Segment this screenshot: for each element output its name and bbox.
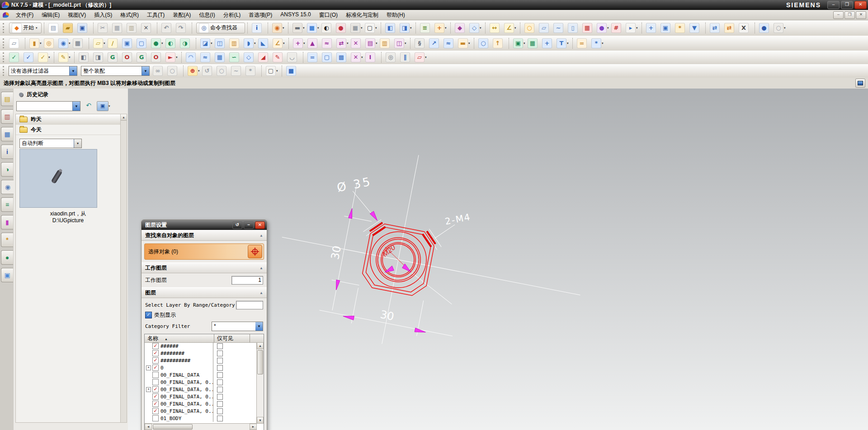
layer-checkbox[interactable]	[152, 343, 159, 349]
toolbar-item[interactable]	[450, 23, 453, 33]
layer-table-row[interactable]: 01_BODY	[145, 415, 257, 422]
toolbar-item[interactable]	[755, 23, 757, 33]
display-mode-icon[interactable]: ▬ ▾	[292, 23, 306, 33]
menu-item[interactable]: 文件(F)	[12, 10, 38, 20]
hole-icon[interactable]: ◉ ▾	[58, 38, 72, 48]
roles-tab[interactable]: ●	[1, 250, 13, 265]
immersive-view-icon[interactable]: ◨ ▾	[400, 23, 413, 33]
roles-palette-icon[interactable]: ◆	[455, 23, 468, 33]
layer-checkbox[interactable]	[152, 401, 159, 407]
boss-icon[interactable]: ▣	[122, 38, 136, 48]
toolbar-item[interactable]	[520, 23, 522, 33]
selection-scope-combo[interactable]: 整个装配 ▼	[81, 66, 150, 76]
datum-display-icon[interactable]: ▯	[568, 23, 581, 33]
dropdown-arrow-icon[interactable]: ▾	[74, 139, 81, 148]
object-display-icon[interactable]: ≡	[420, 23, 434, 33]
category-display-checkbox[interactable]: ✓	[145, 312, 152, 318]
toolbar-item[interactable]	[705, 23, 708, 33]
through-curve-mesh-icon[interactable]: ▦	[215, 52, 228, 62]
flag-note-icon[interactable]: ▸ ▾	[626, 23, 639, 33]
sphere-snap-icon[interactable]: ○	[217, 66, 230, 76]
curvature-analysis-gh-icon[interactable]: G	[137, 52, 150, 62]
toolbar-item[interactable]	[288, 38, 291, 49]
measure-distance-icon[interactable]: ↔	[490, 23, 503, 33]
through-curves-icon[interactable]: ≈	[200, 52, 214, 62]
layer-table-header[interactable]: 名称▲ 仅可见	[145, 334, 264, 343]
menu-item[interactable]: 帮助(H)	[382, 10, 409, 20]
pattern-feature-icon[interactable]: ▦	[73, 38, 86, 48]
visible-only-checkbox[interactable]	[217, 394, 223, 400]
examine-geometry-icon[interactable]: ✓	[9, 52, 23, 62]
shaded-view-icon[interactable]: ■ ▾	[307, 23, 321, 33]
menu-item[interactable]: ANSYS 15.0	[276, 10, 315, 20]
scene-tab[interactable]: *	[1, 233, 13, 247]
visible-only-checkbox[interactable]	[217, 365, 223, 371]
layer-checkbox[interactable]	[152, 357, 159, 364]
menu-item[interactable]: 装配(A)	[169, 10, 195, 20]
snapshot-icon[interactable]: ◎	[386, 52, 399, 62]
datum-axis-icon[interactable]: /	[108, 38, 121, 48]
select-object-row[interactable]: 选择对象 (0)	[144, 243, 264, 260]
report-tab[interactable]: ◑	[1, 162, 13, 177]
trim-body-icon[interactable]: ◪ ▾	[200, 38, 214, 48]
visible-only-checkbox[interactable]	[217, 372, 223, 378]
wcs-display-icon[interactable]: + ▾	[434, 23, 448, 33]
dropdown-caret-icon[interactable]: ▾	[108, 104, 110, 108]
untrim-icon[interactable]: ▢	[322, 52, 335, 62]
grid-display-icon[interactable]: #	[611, 23, 625, 33]
pocket-icon[interactable]: ▢	[137, 38, 150, 48]
scroll-right-icon[interactable]: ►	[250, 424, 257, 430]
unshaded-cube-icon[interactable]: ■ ▾	[350, 23, 364, 33]
measure-angle-icon[interactable]: ∠ ▾	[504, 23, 518, 33]
menu-item[interactable]: 窗口(O)	[315, 10, 342, 20]
minimize-button[interactable]: –	[827, 1, 840, 9]
n-sided-surface-icon[interactable]: ◇	[244, 52, 257, 62]
layer-table-row[interactable]: 00_FINAL_DATA, 0...	[145, 393, 257, 400]
undo-icon[interactable]: ↶	[161, 23, 175, 33]
dropdown-arrow-icon[interactable]: ▼	[69, 66, 77, 75]
expand-icon[interactable]	[146, 373, 151, 378]
split-body-icon[interactable]: ◫	[215, 38, 228, 48]
edge-blend-icon[interactable]: ◗ ▾	[244, 38, 257, 48]
toolbar-item[interactable]	[572, 38, 575, 49]
layer-table-row[interactable]: 00_FINAL_DATA	[145, 371, 257, 379]
pattern-component-icon[interactable]: ▦	[528, 38, 541, 48]
menu-item[interactable]: 编辑(E)	[38, 10, 64, 20]
toolbar-item[interactable]	[247, 23, 250, 33]
toolbar-item[interactable]	[282, 65, 284, 76]
layer-table-row[interactable]: ########	[145, 350, 257, 357]
view-orient-icon[interactable]: ◇ ▾	[469, 23, 483, 33]
gallery-tab[interactable]: ▣	[1, 268, 13, 282]
intersection-snap-icon[interactable]: *	[245, 66, 259, 76]
expression-icon[interactable]: =	[577, 38, 590, 48]
toolbar-item[interactable]	[303, 52, 305, 63]
toolbar-item[interactable]	[288, 23, 290, 33]
dialog-reset-icon[interactable]: ↺	[232, 221, 242, 229]
expand-icon[interactable]	[146, 402, 151, 407]
expand-icon[interactable]	[146, 351, 151, 356]
paste-face-icon[interactable]: ▥	[380, 38, 393, 48]
menu-item[interactable]: 格式(R)	[116, 10, 143, 20]
studio-surface-icon[interactable]: ◠	[186, 52, 199, 62]
layer-table-row[interactable]: ##########	[145, 357, 257, 364]
visible-only-checkbox[interactable]	[217, 351, 223, 356]
scroll-up-icon[interactable]: ▲	[121, 114, 127, 121]
delete-icon[interactable]: ✕	[141, 23, 155, 33]
scroll-down-icon[interactable]: ▼	[257, 417, 264, 424]
table-vertical-scrollbar[interactable]: ▲ ▼	[256, 342, 264, 424]
assembly-navigator-tab[interactable]: ▤	[1, 92, 13, 106]
history-group[interactable]: 昨天	[16, 114, 120, 125]
child-close-button[interactable]: ✕	[856, 11, 866, 19]
render-style-icon[interactable]: ◐	[321, 23, 335, 33]
layer-table-row[interactable]: + 0	[145, 364, 257, 371]
expand-icon[interactable]	[146, 344, 151, 349]
toolbar-item[interactable]	[474, 38, 476, 49]
toolbar-item[interactable]	[642, 23, 644, 33]
menu-item[interactable]: 首选项(P)	[245, 10, 276, 20]
toolbar-item[interactable]	[157, 23, 159, 33]
scale-body-icon[interactable]: ↗	[429, 38, 443, 48]
part-thumbnail[interactable]	[19, 149, 97, 208]
layout-window-icon[interactable]: ▢ ▾	[365, 23, 378, 33]
menu-item[interactable]: 工具(T)	[143, 10, 169, 20]
show-hide-icon[interactable]: ◧	[385, 23, 399, 33]
